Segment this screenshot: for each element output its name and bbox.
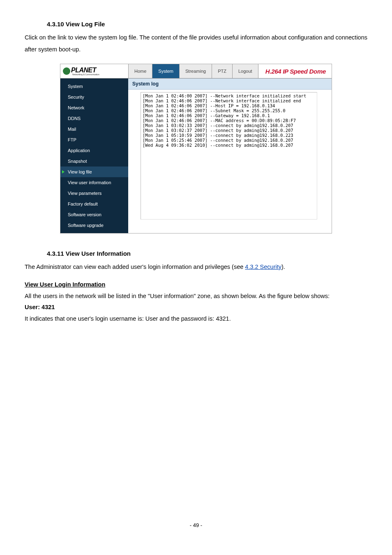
pane-title: System log [128, 79, 332, 90]
log-line: [Mon Jan 1 02:46:06 2007] --Gateway = 19… [143, 113, 315, 118]
main-pane: System log [Mon Jan 1 02:46:00 2007] --N… [128, 79, 332, 233]
logo-subtext: Networking & Communication [72, 73, 99, 76]
tab-logout[interactable]: Logout [232, 64, 258, 78]
sidebar-item-view-user-information[interactable]: View user information [60, 177, 128, 188]
screenshot-topbar: PLANET Networking & Communication HomeSy… [60, 64, 332, 79]
view-user-login-heading: View User Login Information [25, 281, 367, 288]
sidebar-item-network[interactable]: Network [60, 102, 128, 113]
sidebar-item-security[interactable]: Security [60, 92, 128, 102]
screenshot-content: SystemSecurityNetworkDDNSMailFTPApplicat… [60, 79, 332, 233]
tab-ptz[interactable]: PTZ [212, 64, 232, 78]
log-line: [Mon Jan 1 02:46:06 2007] --MAC address … [143, 118, 315, 123]
log-line: [Mon Jan 1 02:46:00 2007] --Network inte… [143, 93, 315, 98]
tab-streaming[interactable]: Streaming [179, 64, 212, 78]
log-line: [Mon Jan 1 03:02:37 2007] --connect by a… [143, 128, 315, 133]
log-line: [Mon Jan 1 02:46:06 2007] --Subnet Mask … [143, 108, 315, 113]
section-heading-2: 4.3.11 View User Information [47, 250, 367, 257]
section2-para-prefix: The Administrator can view each added us… [25, 264, 245, 270]
section-heading-1: 4.3.10 View Log File [47, 21, 367, 28]
log-line: [Mon Jan 1 03:02:33 2007] --connect by a… [143, 123, 315, 128]
sidebar: SystemSecurityNetworkDDNSMailFTPApplicat… [60, 79, 128, 233]
section2-para-suffix: ). [281, 264, 285, 270]
brand-text: H.264 IP Speed Dome [265, 68, 326, 75]
sidebar-item-factory-default[interactable]: Factory default [60, 199, 128, 209]
section1-paragraph: Click on the link to view the system log… [25, 32, 367, 56]
sidebar-item-view-parameters[interactable]: View parameters [60, 188, 128, 199]
section2-para3: It indicates that one user's login usern… [25, 313, 367, 325]
log-line: [Mon Jan 1 05:10:59 2007] --connect by a… [143, 133, 315, 138]
log-line: [Mon Jan 1 02:46:06 2007] --Host IP = 19… [143, 103, 315, 108]
section2-para2: All the users in the network will be lis… [25, 290, 367, 302]
sidebar-item-software-version[interactable]: Software version [60, 209, 128, 220]
log-line: [Wed Aug 4 09:36:02 2010] --connect by a… [143, 143, 315, 148]
logo: PLANET Networking & Communication [60, 64, 128, 78]
security-link[interactable]: 4.3.2 Security [245, 264, 281, 270]
sidebar-item-snapshot[interactable]: Snapshot [60, 156, 128, 166]
sidebar-item-software-upgrade[interactable]: Software upgrade [60, 220, 128, 231]
brand-cell: H.264 IP Speed Dome [258, 64, 332, 78]
logo-icon [63, 67, 70, 75]
section2-paragraph: The Administrator can view each added us… [25, 261, 367, 273]
sidebar-item-ddns[interactable]: DDNS [60, 113, 128, 124]
log-line: [Mon Jan 1 02:46:06 2007] --Network inte… [143, 98, 315, 103]
tab-system[interactable]: System [152, 64, 179, 78]
logo-text: PLANET [71, 67, 96, 74]
sidebar-item-system[interactable]: System [60, 81, 128, 92]
log-textarea[interactable]: [Mon Jan 1 02:46:00 2007] --Network inte… [141, 92, 317, 220]
sidebar-item-view-log-file[interactable]: View log file [60, 166, 128, 177]
sidebar-item-ftp[interactable]: FTP [60, 134, 128, 145]
tab-home[interactable]: Home [128, 64, 152, 78]
sidebar-item-application[interactable]: Application [60, 145, 128, 156]
page-number: - 49 - [25, 522, 367, 528]
tabs: HomeSystemStreamingPTZLogout [128, 64, 258, 78]
user-4321: User: 4321 [25, 304, 367, 310]
screenshot-system-log: PLANET Networking & Communication HomeSy… [60, 64, 332, 234]
sidebar-item-mail[interactable]: Mail [60, 124, 128, 134]
log-line: [Mon Jan 1 05:25:46 2007] --connect by a… [143, 138, 315, 143]
